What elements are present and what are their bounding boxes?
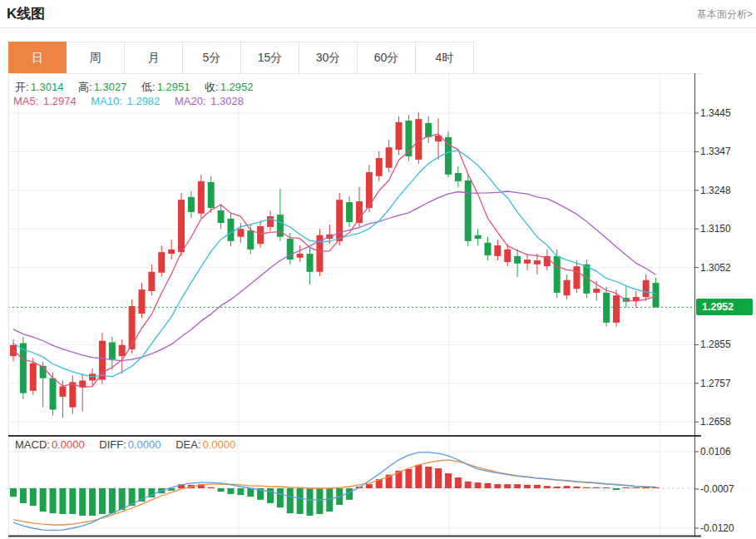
open-value: 1.3014 [31,81,64,93]
candle-body [99,341,106,380]
chart-area[interactable]: 1.34451.33471.32481.31501.30521.28551.27… [0,73,756,539]
macd-bar [119,488,126,510]
macd-bar [415,465,422,488]
macd-bar [504,484,511,488]
candle-body [208,182,215,208]
close-value: 1.2952 [220,81,254,93]
candle-body [119,345,126,356]
macd-bar [445,473,452,488]
candle-body [475,235,482,239]
macd-bar [287,488,294,513]
candle-body [158,252,165,273]
candle-body [30,363,37,391]
kline-page: K线图 基本面分析> 日 周 月 5分 15分 30分 60分 4时 1.344… [0,0,756,539]
macd-bar [10,488,17,497]
candle-body [129,306,136,349]
high-label: 高: [78,81,92,93]
period-tabs: 日 周 月 5分 15分 30分 60分 4时 [8,42,474,74]
candle-body [564,280,571,295]
tab-30min[interactable]: 30分 [299,42,358,74]
ohlc-legend: 开:1.3014 高:1.3027 低:1.2951 收:1.2952 [15,80,264,95]
ma20-label: MA20: [175,95,206,107]
candle-body [297,254,304,258]
candle-body [356,201,363,223]
diff-value: 0.0000 [128,438,161,451]
macd-bar [425,467,432,488]
candle-body [484,243,491,255]
fundamental-analysis-link[interactable]: 基本面分析> [697,7,753,22]
candle-body [307,254,314,272]
low-value: 1.2951 [157,81,190,93]
macd-bar [465,482,472,488]
candle-body [613,295,620,323]
tab-week[interactable]: 周 [67,42,125,74]
price-tick-label: 1.3052 [700,262,731,274]
candle-body [396,122,403,150]
macd-bar [247,488,254,497]
candle-body [40,366,47,378]
macd-bar [494,484,501,488]
tab-4hour[interactable]: 4时 [416,42,474,74]
macd-bar [218,488,225,492]
macd-label: MACD: [15,438,50,451]
tab-15min[interactable]: 15分 [241,42,299,74]
header-divider [0,27,756,28]
macd-bar [89,488,96,516]
low-label: 低: [141,81,156,93]
candle-body [59,387,66,397]
macd-bar [633,487,640,488]
candle-body [534,260,541,265]
candle-body [50,378,57,410]
close-label: 收: [205,81,219,93]
candle-body [69,382,76,407]
macd-bar [544,486,551,488]
macd-bar [514,484,521,488]
macd-bar [435,468,442,488]
candle-body [514,256,521,264]
macd-bar [20,488,27,503]
candle-body [257,226,264,244]
macd-tick-label: 0.0106 [700,446,731,457]
macd-bar [366,484,373,488]
price-tick-label: 1.3248 [700,185,731,196]
candle-body [465,180,472,241]
macd-bar [564,486,571,488]
candle-body [109,343,116,359]
price-tick-label: 1.2658 [700,416,731,428]
macd-bar [475,482,482,488]
tab-60min[interactable]: 60分 [358,42,416,74]
candle-body [237,229,244,236]
macd-bar [50,488,57,513]
tab-month[interactable]: 月 [125,42,183,74]
candle-body [188,197,195,212]
price-tick-label: 1.3347 [700,146,731,157]
tab-5min[interactable]: 5分 [183,42,241,74]
page-title: K线图 [7,4,45,23]
macd-bar [613,488,620,490]
macd-bar [554,487,561,488]
macd-bar [524,485,531,488]
candle-body [247,230,254,250]
macd-bar [484,483,491,488]
high-value: 1.3027 [94,81,127,93]
candle-body [425,123,432,137]
price-tick-label: 1.2757 [700,378,731,389]
macd-bar [237,488,244,495]
candle-body [227,219,234,241]
candle-body [178,200,185,252]
price-tick-label: 1.3445 [700,107,731,119]
candle-body [148,272,155,291]
candle-body [524,260,531,264]
macd-bar [69,488,76,514]
macd-bar [326,488,333,512]
macd-bar [307,488,314,516]
candle-body [139,289,146,314]
tab-day[interactable]: 日 [8,42,67,74]
kline-chart-canvas: 1.34451.33471.32481.31501.30521.28551.27… [0,73,756,539]
candle-body [653,283,660,307]
ma-legend: MA5: 1.2974 MA10: 1.2982 MA20: 1.3028 [13,95,255,107]
diff-label: DIFF: [99,438,126,451]
candle-body [168,250,175,254]
candle-body [593,289,600,293]
candle-body [573,266,580,289]
